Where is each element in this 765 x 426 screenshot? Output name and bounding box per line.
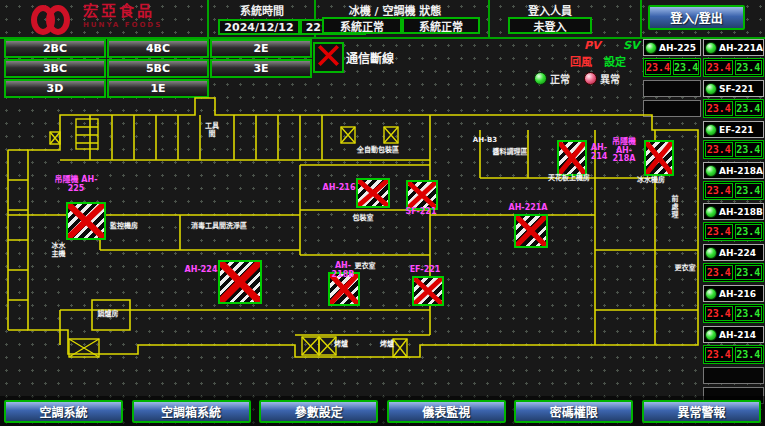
pv-desc-label: 回風 <box>570 53 592 69</box>
sv-value: 23.4 <box>673 60 699 75</box>
login-status-value: 未登入 <box>508 17 592 34</box>
ahu-name: SF-221 <box>719 84 754 94</box>
ahu-name: AH-221A <box>719 43 763 53</box>
status-legend: 正常 異常 <box>534 71 620 86</box>
sv-value: 23.4 <box>735 60 763 75</box>
pv-value: 23.4 <box>705 60 733 75</box>
room-label-control-room: 監控機房 <box>104 222 144 230</box>
system-date-value: 2024/12/12 <box>218 19 300 35</box>
pv-value: 23.4 <box>705 183 733 198</box>
ahu-unit-box-EF-221[interactable] <box>412 276 444 306</box>
ahu-unit-box-AH-214[interactable] <box>557 140 587 176</box>
ahu-values-SF-221: 23.423.4 <box>703 99 764 118</box>
ahu-values-AH-218B: 23.423.4 <box>703 222 764 241</box>
floor-plan: 吊隱機 AH-225 AH-224 AH-216 SF-221 AH-218B … <box>4 94 704 396</box>
ahu-tag-AH-216: AH-216 <box>322 184 356 193</box>
floorplan-walls <box>4 94 704 396</box>
room-label-oven-1: 烤爐 <box>330 340 352 348</box>
header-divider <box>488 0 490 37</box>
room-label-chiller-main: 冰水主機 <box>50 242 67 258</box>
room-label-auto-packing: 全自動包裝區 <box>348 146 408 154</box>
room-label-changing-room: 更衣室 <box>350 262 380 270</box>
ahu-values-AH-221A: 23.423.4 <box>703 58 764 77</box>
ahu-name: AH-224 <box>719 248 756 258</box>
normal-led-icon <box>534 72 547 85</box>
sv-value: 23.4 <box>735 183 763 198</box>
ahu-values-AH-214: 23.423.4 <box>703 345 764 364</box>
ahu-unit-box-AH-221A[interactable] <box>514 214 548 248</box>
login-logout-button[interactable]: 登入/登出 <box>648 5 745 30</box>
ahu-tag-EF-221: EF-221 <box>408 266 442 275</box>
pv-value: 23.4 <box>705 347 733 362</box>
ahu-status-AH-224[interactable]: AH-224 <box>703 244 764 261</box>
ahu-led-icon <box>705 247 717 259</box>
system-time-label: 系統時間 <box>212 2 312 18</box>
ahu-unit-box-AH-225[interactable] <box>66 202 106 240</box>
company-name: 宏亞食品 <box>83 4 162 18</box>
sv-value: 23.4 <box>735 142 763 157</box>
ahu-status-EF-221[interactable]: EF-221 <box>703 121 764 138</box>
ahu-led-icon <box>705 124 717 136</box>
nav-alarm-button[interactable]: 異常警報 <box>642 400 761 423</box>
ahu-status-AH-214[interactable]: AH-214 <box>703 326 764 343</box>
pv-value: 23.4 <box>705 224 733 239</box>
ahu-tag-AH-225: 吊隱機 AH-225 <box>54 176 98 193</box>
ahu-led-icon <box>705 165 717 177</box>
floor-button-3bc[interactable]: 3BC <box>4 59 106 78</box>
room-label-boiler-room: 鍋爐房 <box>94 310 122 318</box>
ahu-values-AH-218A: 23.423.4 <box>703 181 764 200</box>
ahu-panel-right-column: AH-221A 23.423.4 SF-221 23.423.4 EF-221 … <box>703 39 764 407</box>
nav-ac-system-button[interactable]: 空調系統 <box>4 400 123 423</box>
floor-button-grid: 2BC 4BC 2E 3BC 5BC 3E 3D 1E <box>4 39 312 94</box>
machine-status-label: 冰機 / 空調機 狀態 <box>330 2 460 18</box>
ahu-status-AH-221A[interactable]: AH-221A <box>703 39 764 56</box>
floor-button-2bc[interactable]: 2BC <box>4 39 106 58</box>
room-label-ah-b3: AH-B3 <box>470 136 500 144</box>
ahu-status-AH-225[interactable]: AH-225 <box>643 39 701 56</box>
ahu-unit-box-AH-216[interactable] <box>356 178 390 208</box>
nav-ahu-system-button[interactable]: 空調箱系統 <box>132 400 251 423</box>
empty-slot <box>703 367 764 384</box>
nav-password-permission-button[interactable]: 密碼權限 <box>514 400 633 423</box>
ahu-values-AH-225: 23.423.4 <box>643 58 701 77</box>
pv-value: 23.4 <box>705 306 733 321</box>
room-label-chiller-room: 冰水機房 <box>634 176 668 184</box>
ahu-name: AH-214 <box>719 330 756 340</box>
ahu-led-icon <box>705 288 717 300</box>
ahu-unit-box-AH-218A[interactable] <box>644 140 674 176</box>
ahu-status-AH-218B[interactable]: AH-218B <box>703 203 764 220</box>
floor-button-3e[interactable]: 3E <box>210 59 312 78</box>
pv-value: 23.4 <box>705 265 733 280</box>
sv-value: 23.4 <box>735 347 763 362</box>
floor-button-2e[interactable]: 2E <box>210 39 312 58</box>
abnormal-led-icon <box>584 72 597 85</box>
ahu-unit-box-AH-224[interactable] <box>218 260 262 304</box>
nav-parameter-settings-button[interactable]: 參數設定 <box>259 400 378 423</box>
ac-status-value: 系統正常 <box>402 17 480 34</box>
bottom-nav-bar: 空調系統 空調箱系統 參數設定 儀表監視 密碼權限 異常警報 <box>0 396 765 426</box>
ahu-led-icon <box>705 206 717 218</box>
ahu-unit-box-SF-221[interactable] <box>406 180 438 210</box>
login-person-label: 登入人員 <box>505 2 595 18</box>
floor-button-4bc[interactable]: 4BC <box>107 39 209 58</box>
pv-label: PV <box>584 39 601 52</box>
ahu-led-icon <box>705 83 717 95</box>
pv-value: 23.4 <box>705 101 733 116</box>
ahu-tag-SF-221: SF-221 <box>404 208 438 217</box>
sv-value: 23.4 <box>735 265 763 280</box>
floor-button-5bc[interactable]: 5BC <box>107 59 209 78</box>
room-label-oven-2: 烤爐 <box>376 340 398 348</box>
company-name-en: HUNYA FOODS <box>83 18 162 32</box>
ahu-tag-AH-224: AH-224 <box>184 266 218 275</box>
company-logo: 宏亞食品 HUNYA FOODS <box>3 1 205 35</box>
ahu-values-AH-216: 23.423.4 <box>703 304 764 323</box>
room-label-pretreatment: 前處理 <box>670 190 678 224</box>
chiller-status-value: 系統正常 <box>322 17 402 34</box>
header-divider <box>640 0 642 37</box>
sv-desc-label: 設定 <box>604 53 626 69</box>
company-logo-icon <box>31 3 77 33</box>
ahu-status-AH-218A[interactable]: AH-218A <box>703 162 764 179</box>
nav-meter-monitor-button[interactable]: 儀表監視 <box>387 400 506 423</box>
ahu-status-SF-221[interactable]: SF-221 <box>703 80 764 97</box>
ahu-status-AH-216[interactable]: AH-216 <box>703 285 764 302</box>
